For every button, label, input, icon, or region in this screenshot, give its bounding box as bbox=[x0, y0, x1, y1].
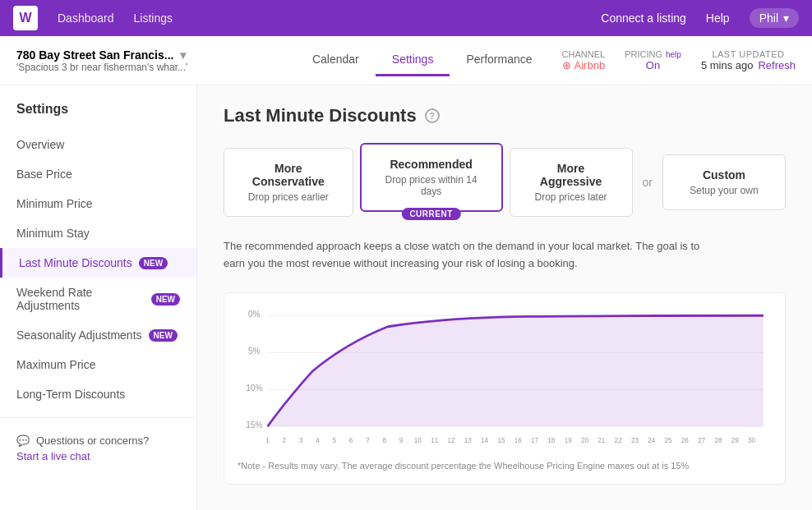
sidebar-item-label: Base Price bbox=[16, 168, 72, 181]
svg-text:8: 8 bbox=[382, 436, 386, 444]
property-name: 780 Bay Street San Francis... ▾ bbox=[16, 48, 283, 62]
chart-svg: 0% 5% 10% 15% 1 2 3 bbox=[238, 306, 772, 454]
sidebar-item-base-price[interactable]: Base Price bbox=[0, 159, 196, 189]
option-subtitle: Drop prices within 14 days bbox=[378, 174, 485, 197]
tab-performance[interactable]: Performance bbox=[450, 44, 548, 76]
sidebar-item-min-price[interactable]: Minimum Price bbox=[0, 189, 196, 218]
chart-note: *Note - Results may vary. The average di… bbox=[238, 461, 772, 471]
sidebar-item-label: Maximum Price bbox=[16, 358, 95, 371]
option-custom[interactable]: Custom Setup your own bbox=[662, 154, 786, 210]
nav-links: Dashboard Listings bbox=[58, 11, 581, 25]
page-title: Last Minute Discounts ? bbox=[224, 105, 786, 126]
sidebar-item-weekend-rate[interactable]: Weekend Rate Adjustments NEW bbox=[0, 278, 196, 320]
property-header: 780 Bay Street San Francis... ▾ 'Spaciou… bbox=[0, 36, 812, 85]
svg-text:4: 4 bbox=[316, 436, 320, 444]
sidebar-item-label: Minimum Stay bbox=[16, 227, 90, 240]
svg-text:18: 18 bbox=[547, 436, 555, 444]
svg-text:21: 21 bbox=[597, 436, 605, 444]
sidebar-item-min-stay[interactable]: Minimum Stay bbox=[0, 218, 196, 248]
info-icon[interactable]: ? bbox=[425, 108, 440, 123]
pricing-help-icon[interactable]: help bbox=[666, 50, 681, 59]
current-badge: CURRENT bbox=[401, 208, 460, 220]
option-recommended[interactable]: Recommended Drop prices within 14 days C… bbox=[360, 143, 503, 212]
channel-name: Airbnb bbox=[574, 59, 606, 71]
option-conservative[interactable]: More Conservative Drop prices earlier bbox=[224, 148, 353, 217]
chart-area: 0% 5% 10% 15% 1 2 3 bbox=[238, 306, 772, 454]
sidebar-chat: 💬 Questions or concerns? Start a live ch… bbox=[0, 417, 196, 479]
sidebar-item-max-price[interactable]: Maximum Price bbox=[0, 350, 196, 379]
help-link[interactable]: Help bbox=[706, 11, 730, 25]
user-name: Phil bbox=[759, 11, 778, 25]
new-badge: NEW bbox=[139, 257, 168, 269]
sidebar-item-label: Minimum Price bbox=[16, 197, 93, 210]
option-title: More Aggressive bbox=[527, 162, 616, 188]
option-cards: More Conservative Drop prices earlier Re… bbox=[224, 143, 786, 222]
tab-settings[interactable]: Settings bbox=[376, 44, 450, 76]
sidebar-title: Settings bbox=[0, 102, 196, 130]
logo: W bbox=[13, 6, 38, 30]
description-text: The recommended approach keeps a close w… bbox=[224, 238, 717, 273]
sidebar-item-overview[interactable]: Overview bbox=[0, 130, 196, 159]
chat-question: 💬 Questions or concerns? bbox=[16, 434, 180, 447]
sidebar: Settings Overview Base Price Minimum Pri… bbox=[0, 85, 197, 510]
svg-text:1: 1 bbox=[265, 436, 270, 444]
option-subtitle: Drop prices later bbox=[527, 191, 616, 203]
property-title: 780 Bay Street San Francis... bbox=[16, 48, 173, 62]
svg-text:23: 23 bbox=[631, 436, 639, 444]
tab-calendar[interactable]: Calendar bbox=[296, 44, 376, 76]
svg-text:16: 16 bbox=[514, 436, 522, 444]
svg-text:14: 14 bbox=[481, 436, 488, 444]
header-tabs: Calendar Settings Performance bbox=[296, 44, 549, 76]
svg-text:25: 25 bbox=[665, 436, 672, 444]
pricing-status: On bbox=[625, 59, 681, 71]
svg-text:26: 26 bbox=[681, 436, 689, 444]
svg-text:0%: 0% bbox=[248, 309, 261, 319]
live-chat-link[interactable]: Start a live chat bbox=[16, 450, 180, 462]
svg-text:20: 20 bbox=[581, 436, 588, 444]
nav-listings[interactable]: Listings bbox=[134, 11, 173, 25]
property-subtitle: 'Spacious 3 br near fisherman's whar...' bbox=[16, 62, 283, 73]
pricing-label: PRICING help bbox=[625, 49, 681, 59]
or-divider: or bbox=[639, 176, 656, 189]
svg-text:15: 15 bbox=[497, 436, 505, 444]
sidebar-item-label: Last Minute Discounts bbox=[19, 256, 132, 269]
svg-text:30: 30 bbox=[748, 436, 755, 444]
refresh-link[interactable]: Refresh bbox=[758, 59, 796, 71]
chat-question-text: Questions or concerns? bbox=[36, 434, 149, 447]
chat-icon: 💬 bbox=[16, 434, 30, 447]
nav-dashboard[interactable]: Dashboard bbox=[58, 11, 114, 25]
svg-text:9: 9 bbox=[399, 436, 404, 444]
svg-text:2: 2 bbox=[283, 436, 287, 444]
svg-text:11: 11 bbox=[431, 436, 438, 444]
sidebar-item-long-term[interactable]: Long-Term Discounts bbox=[0, 379, 196, 409]
sidebar-item-label: Weekend Rate Adjustments bbox=[16, 286, 145, 312]
option-subtitle: Drop prices earlier bbox=[241, 191, 336, 203]
svg-text:3: 3 bbox=[299, 436, 303, 444]
new-badge: NEW bbox=[149, 329, 178, 342]
sidebar-item-seasonality[interactable]: Seasonality Adjustments NEW bbox=[0, 320, 196, 350]
option-aggressive[interactable]: More Aggressive Drop prices later bbox=[510, 148, 633, 217]
main-layout: Settings Overview Base Price Minimum Pri… bbox=[0, 85, 812, 510]
main-content: Last Minute Discounts ? More Conservativ… bbox=[197, 85, 812, 510]
sidebar-item-last-minute-discounts[interactable]: Last Minute Discounts NEW bbox=[0, 248, 196, 278]
svg-text:22: 22 bbox=[615, 436, 622, 444]
property-dropdown-icon[interactable]: ▾ bbox=[180, 48, 186, 62]
last-updated-time: 5 mins ago bbox=[701, 59, 754, 71]
user-menu[interactable]: Phil ▾ bbox=[750, 8, 799, 28]
svg-text:12: 12 bbox=[447, 436, 454, 444]
svg-text:15%: 15% bbox=[246, 420, 263, 430]
svg-text:13: 13 bbox=[464, 436, 472, 444]
airbnb-icon: ⊕ bbox=[562, 59, 571, 71]
new-badge: NEW bbox=[151, 293, 180, 306]
svg-text:27: 27 bbox=[698, 436, 705, 444]
last-updated-block: LAST UPDATED 5 mins ago Refresh bbox=[701, 49, 796, 71]
header-right: CHANNEL ⊕ Airbnb PRICING help On LAST UP… bbox=[562, 49, 796, 71]
option-title: Custom bbox=[680, 168, 768, 181]
connect-listing-link[interactable]: Connect a listing bbox=[601, 11, 686, 25]
option-subtitle: Setup your own bbox=[680, 185, 768, 196]
top-nav: W Dashboard Listings Connect a listing H… bbox=[0, 0, 812, 36]
chart-container: 0% 5% 10% 15% 1 2 3 bbox=[224, 292, 786, 485]
option-title: Recommended bbox=[378, 158, 485, 171]
page-title-text: Last Minute Discounts bbox=[224, 105, 417, 126]
svg-text:28: 28 bbox=[714, 436, 722, 444]
